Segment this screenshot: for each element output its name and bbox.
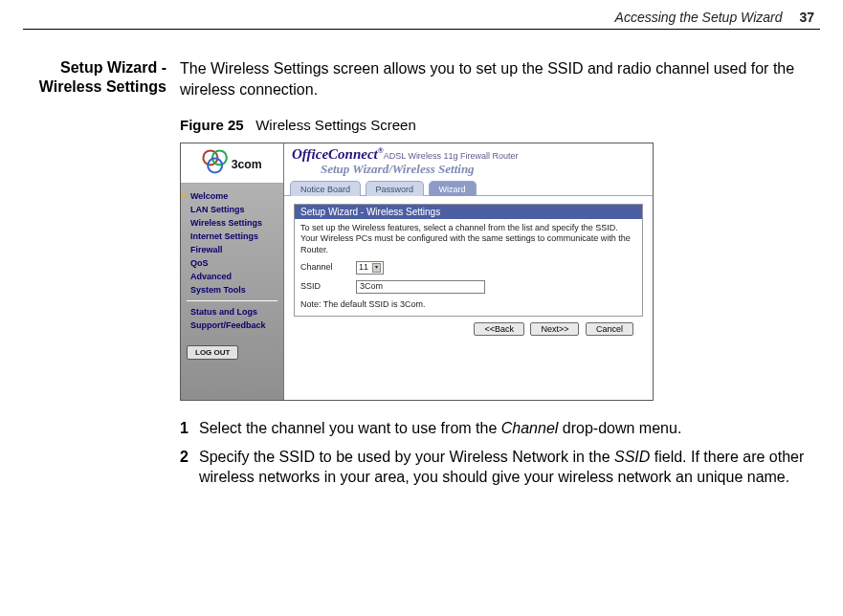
svg-text:3com: 3com: [231, 157, 261, 170]
sidebar-nav: Welcome LAN Settings Wireless Settings I…: [181, 184, 283, 338]
sidebar-item-advanced[interactable]: Advanced: [181, 270, 283, 283]
sidebar-item-firewall[interactable]: Firewall: [181, 243, 283, 256]
sidebar: 3com Welcome LAN Settings Wireless Setti…: [181, 143, 284, 400]
channel-label: Channel: [300, 262, 356, 273]
panel-title: Setup Wizard - Wireless Settings: [295, 205, 642, 219]
panel-description: To set up the Wireless features, select …: [300, 223, 636, 255]
step-item: 1 Select the channel you want to use fro…: [180, 418, 814, 439]
brand-bar: OfficeConnect®ADSL Wireless 11g Firewall…: [284, 143, 653, 162]
figure-caption-text: Wireless Settings Screen: [255, 117, 416, 133]
step-text-before: Select the channel you want to use from …: [199, 420, 501, 436]
embedded-screenshot: 3com Welcome LAN Settings Wireless Setti…: [180, 143, 654, 401]
page-subheading: Setup Wizard/Wireless Setting: [284, 162, 653, 181]
figure-label: Figure 25: [180, 117, 244, 133]
sidebar-item-support[interactable]: Support/Feedback: [181, 319, 283, 332]
cancel-button[interactable]: Cancel: [586, 322, 633, 336]
wizard-panel: Setup Wizard - Wireless Settings To set …: [294, 204, 643, 317]
panel-note: Note: The default SSID is 3Com.: [300, 299, 636, 310]
step-text-em: Channel: [501, 420, 559, 436]
sidebar-item-internet[interactable]: Internet Settings: [181, 230, 283, 243]
main-area: OfficeConnect®ADSL Wireless 11g Firewall…: [284, 143, 653, 400]
step-text-em: SSID: [614, 449, 650, 465]
brand-name-text: OfficeConnect: [292, 146, 378, 162]
sidebar-item-status[interactable]: Status and Logs: [181, 305, 283, 319]
section-heading-line2: Wireless Settings: [29, 77, 166, 97]
step-item: 2 Specify the SSID to be used by your Wi…: [180, 447, 814, 488]
section-heading: Setup Wizard - Wireless Settings: [29, 58, 180, 495]
channel-value: 11: [359, 262, 368, 273]
chevron-down-icon: ▾: [372, 263, 381, 273]
logo-3com: 3com: [181, 143, 283, 184]
step-text: Specify the SSID to be used by your Wire…: [199, 447, 814, 488]
sidebar-item-systemtools[interactable]: System Tools: [181, 283, 283, 297]
ssid-input[interactable]: 3Com: [356, 280, 485, 294]
step-text-before: Specify the SSID to be used by your Wire…: [199, 449, 614, 465]
sidebar-item-welcome[interactable]: Welcome: [181, 189, 283, 203]
brand-name: OfficeConnect®: [292, 146, 384, 162]
channel-dropdown[interactable]: 11 ▾: [356, 261, 384, 275]
ssid-value: 3Com: [360, 281, 383, 292]
step-text-after: drop-down menu.: [558, 420, 681, 436]
sidebar-item-lan[interactable]: LAN Settings: [181, 203, 283, 216]
panel-buttons: <<Back Next>> Cancel: [294, 317, 643, 341]
back-button[interactable]: <<Back: [474, 322, 524, 336]
step-number: 1: [180, 418, 199, 439]
step-number: 2: [180, 447, 199, 488]
tab-noticeboard[interactable]: Notice Board: [290, 181, 361, 196]
sidebar-item-wireless[interactable]: Wireless Settings: [181, 216, 283, 230]
step-list: 1 Select the channel you want to use fro…: [180, 418, 814, 488]
sidebar-divider: [187, 300, 277, 301]
step-text: Select the channel you want to use from …: [199, 418, 681, 439]
tab-wizard[interactable]: Wizard: [429, 181, 477, 196]
running-header: Accessing the Setup Wizard 37: [0, 0, 843, 29]
brand-tagline: ADSL Wireless 11g Firewall Router: [384, 151, 519, 161]
intro-paragraph: The Wireless Settings screen allows you …: [180, 58, 814, 99]
logout-button[interactable]: LOG OUT: [187, 345, 238, 360]
section-heading-line1: Setup Wizard -: [29, 58, 166, 77]
next-button[interactable]: Next>>: [530, 322, 579, 336]
running-header-title: Accessing the Setup Wizard: [615, 10, 783, 25]
sidebar-item-qos[interactable]: QoS: [181, 256, 283, 270]
page-number: 37: [799, 10, 814, 25]
tab-bar: Notice Board Password Wizard: [284, 181, 653, 196]
tab-password[interactable]: Password: [366, 181, 425, 196]
figure-caption: Figure 25 Wireless Settings Screen: [180, 117, 814, 133]
ssid-label: SSID: [300, 281, 356, 292]
